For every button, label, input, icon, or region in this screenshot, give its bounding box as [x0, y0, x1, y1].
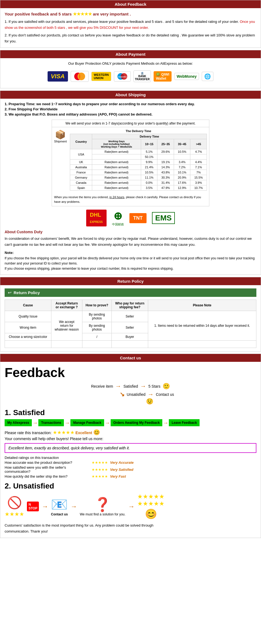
steps-row: My Aliexpress → Transactions → Manage Fe…	[5, 419, 256, 426]
usa-c3: 10.5%	[174, 149, 190, 154]
contact-content: Feedback Receive item → Satisfied → 5 St…	[0, 362, 261, 538]
col-accept: Accept Returnor exchange ?	[51, 300, 82, 311]
unsat-block-3: 📧 Contact us	[51, 497, 68, 516]
feedback-point2: 2. If you don't satisfied our porducts, …	[5, 32, 256, 44]
happy-stars: ★★★★★★★★★★	[137, 493, 164, 507]
unsatisfied-title: 2. Unsatisfied	[5, 482, 256, 490]
closing-line2: communication. Thank you!	[5, 529, 48, 533]
arrow1: →	[115, 383, 121, 390]
arrow3: ↘	[120, 391, 125, 398]
step-arrow1: →	[32, 420, 38, 426]
return-section: Return Policy ↩ Return Policy Cause Acce…	[0, 277, 261, 351]
rate-stars: ★★★★★	[53, 430, 74, 435]
au-type: Rate(item arrived)	[92, 165, 141, 170]
tnt-logo: TNT	[129, 213, 147, 223]
country-au: Australia	[70, 165, 92, 170]
qiwi-logo: 🥝 QIWIWallet	[154, 71, 171, 82]
return-policy-header: ↩ Return Policy	[5, 288, 256, 297]
unsat-block-5: ★★★★★★★★★★ 😊	[137, 493, 164, 520]
email-icon: 📧	[51, 497, 68, 512]
step-leave-feedback[interactable]: Leave Feedback	[169, 419, 200, 426]
table-row: France Rate(item arrived) 10.5% 43.8% 10…	[70, 170, 207, 175]
table-row: Quality Issue We acceptreturn forwhateve…	[5, 311, 256, 322]
sad-stars: ★★★★	[5, 511, 24, 517]
step-orders-awaiting[interactable]: Orders Awaiting My Feedback	[111, 419, 163, 426]
delivery-table-title: The Delivery Time	[70, 129, 207, 133]
shipping-point-1: 1. Preparing Time: we need 1~7 working d…	[5, 102, 256, 106]
customs-text: In consideration of our customers' benef…	[5, 236, 256, 248]
shipping-section: About Shipping 1. Preparing Time: we nee…	[0, 91, 261, 275]
ems-logo: EMS	[152, 212, 175, 224]
unsat-arrow3: →	[128, 503, 135, 510]
col-10: 10~15	[141, 139, 157, 149]
de-type: Rate(item arrived)	[92, 175, 141, 180]
unsat-block-2: NSTOP	[27, 502, 39, 511]
step-transactions[interactable]: Transactions	[38, 419, 64, 426]
step-manage-feedback[interactable]: Manage Feedback	[70, 419, 104, 426]
return-content: ↩ Return Policy Cause Accept Returnor ex…	[0, 285, 261, 351]
shipment-note-bottom: When you receive the items you ordered, …	[54, 195, 207, 204]
bank-transfer-logo: 🏦BANKTRANSFER	[133, 70, 151, 82]
chinapost-icon: ⊕	[112, 210, 124, 222]
must-find-label: We must find a solution for you.	[80, 512, 125, 516]
rate-line: Please rate this transaction: ★★★★★ Exce…	[5, 429, 256, 435]
flow-diagram: Receive item → Satisfied → 5 Stars 🙂 ↘ U…	[5, 383, 256, 405]
flow-satisfied: Satisfied	[123, 384, 138, 388]
step-arrow3: →	[105, 420, 110, 426]
country-fr: France	[70, 170, 92, 175]
rating4-stars: ★★★★★	[92, 474, 108, 478]
shipping-list: 1. Preparing Time: we need 1~7 working d…	[5, 102, 256, 116]
country-ca: Canada	[70, 180, 92, 185]
payment-logos: VISA WESTERNUNION maestro 🏦BANKTRANSFER …	[5, 68, 256, 85]
contact-section: Contact us Feedback Receive item → Satis…	[0, 354, 261, 538]
rating-row-3: How satisfied were you with the seller's…	[5, 465, 256, 474]
table-row: Canada Rate(item arrived) 0.0% 31.4% 17.…	[70, 180, 207, 185]
col-cause: Cause	[5, 300, 51, 311]
no-entry-icon: 🚫	[7, 496, 22, 510]
usa-c4: 4.7%	[190, 149, 207, 154]
rating4-value: Very Fast	[110, 474, 126, 478]
smiley1: 🙂	[163, 383, 170, 390]
chinapost-label: 中国邮政	[112, 222, 124, 226]
unsat-block-4: ❓ We must find a solution for you.	[80, 497, 125, 516]
rating2-stars: ★★★★★	[92, 461, 108, 465]
shipment-icon-block: 📦 Shipment	[54, 129, 67, 143]
delivery-table: Country Delivery Time Working Days(not i…	[70, 134, 207, 191]
shipping-header: About Shipping	[0, 91, 261, 99]
delivery-table-wrap: The Delivery Time Country Delivery Time …	[70, 129, 207, 191]
flow-unsatisfied: Unsatisfied	[127, 392, 145, 397]
rating1-label: Detailed ratings on this transaction	[5, 456, 92, 460]
customs-title: About Customs Duty	[5, 230, 256, 234]
svg-point-1	[77, 73, 85, 80]
24hours-text: in 24 hours	[110, 195, 124, 199]
table-row: Spain Rate(item arrived) 3.5% 47.9% 12.9…	[70, 185, 207, 191]
return-table: Cause Accept Returnor exchange ? How to …	[5, 300, 256, 348]
country-uk: UK	[70, 160, 92, 165]
col-35: 35~45	[174, 139, 190, 149]
table-row: Australia Rate(item arrived) 21.4% 14.3%…	[70, 165, 207, 170]
shipping-content: 1. Preparing Time: we need 1~7 working d…	[0, 99, 261, 275]
table-row: USA Rate(item arrived) 5.1% 29.6% 10.5% …	[70, 149, 207, 154]
note-14days: 1. Items need to be returned within 14 d…	[148, 311, 256, 341]
flow-contactus: Contact us	[156, 392, 174, 397]
comment-label: Your comments will help other buyers! Pl…	[5, 437, 256, 441]
courier-logos: DHLEXPRESS ⊕ 中国邮政 TNT EMS	[5, 210, 256, 226]
step-myaliexpress[interactable]: My Aliexpress	[5, 419, 32, 426]
col-who-pays: Who pay for returnshipping fee?	[111, 300, 148, 311]
unsat-block-1: 🚫 ★★★★	[5, 496, 24, 517]
step-arrow4: →	[163, 420, 168, 426]
rating2-value: Very Accurate	[110, 461, 133, 465]
stop-sign: NSTOP	[27, 502, 39, 511]
rate-word: Excellent	[76, 431, 92, 435]
comment-example: Excellent item, exactly as described, qu…	[5, 443, 256, 453]
mastercard-logo	[71, 71, 89, 82]
shipment-table-wrapper: We will send your orders in 1-7 days(acc…	[52, 120, 209, 206]
western-union-logo: WESTERNUNION	[91, 72, 111, 81]
flow-receive: Receive item	[91, 384, 113, 388]
shipment-label: Shipment	[54, 140, 67, 143]
unsat-arrow2: →	[70, 503, 77, 510]
uk-type: Rate(item arrived)	[92, 160, 141, 165]
dhl-logo: DHLEXPRESS	[86, 210, 107, 226]
shipment-inner: 📦 Shipment The Delivery Time Country Del…	[52, 127, 209, 193]
webmoney-logo: WebMoney	[174, 73, 199, 80]
